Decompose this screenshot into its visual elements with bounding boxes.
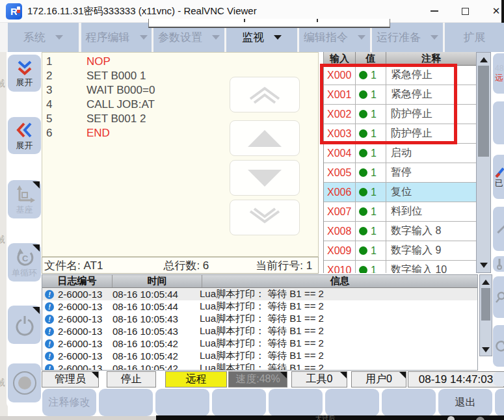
line-number: 4	[42, 98, 86, 111]
log-row[interactable]: !2-6000-1308-16 10:05:43Lua脚本打印： 等待 B1 =…	[42, 325, 477, 337]
log-panel[interactable]: 日志编号 时间 信息 !2-6000-1308-16 10:05:44Lua脚本…	[42, 274, 478, 371]
double-chevron-down-icon	[245, 207, 284, 228]
single-cycle-label: 单循环	[12, 269, 37, 278]
softkey-button-cut[interactable]	[495, 389, 504, 416]
log-row[interactable]: !2-6000-1308-16 10:05:43Lua脚本打印： 等待 B1 =…	[42, 313, 477, 325]
io-value: 1	[356, 144, 386, 163]
io-row-x010[interactable]: X0101数字输入 10	[324, 261, 476, 273]
log-header: 日志编号 时间 信息	[42, 275, 477, 288]
page-up-button[interactable]	[230, 77, 300, 112]
menu-label: 程序编辑	[86, 30, 130, 45]
line-down-button[interactable]	[230, 160, 300, 196]
log-id: 2-6000-13	[58, 289, 113, 300]
expand-left-button[interactable]: 展开	[8, 117, 41, 154]
log-row[interactable]: !2-6000-1308-16 10:05:44Lua脚本打印： 等待 B1 =…	[42, 288, 477, 300]
log-row[interactable]: !2-6000-1308-16 10:05:42Lua脚本打印： 等待 B1 =…	[42, 350, 477, 362]
right-cut-button-rotate[interactable]	[493, 325, 504, 367]
status-run-state[interactable]: 停止	[107, 371, 156, 387]
softkey-button-7[interactable]	[382, 389, 436, 416]
menu-program-edit[interactable]: 程序编辑	[81, 23, 152, 52]
status-speed[interactable]: 速度:48%	[228, 371, 287, 387]
io-value: 1	[356, 222, 386, 241]
io-value: 1	[356, 105, 386, 124]
io-row-x002[interactable]: X0021防护停止	[324, 105, 476, 124]
comment-edit-button[interactable]: 注释修改	[42, 389, 96, 416]
io-row-x006-selected[interactable]: X0061复位	[324, 183, 476, 202]
scroll-down-icon[interactable]	[482, 347, 490, 352]
taskbar-text-fragment: 大过后	[315, 415, 335, 420]
col-input: 输入	[324, 52, 356, 65]
right-cut-button-8[interactable]	[493, 372, 504, 386]
io-row-x004[interactable]: X0041启动	[324, 144, 476, 163]
io-row-x005[interactable]: X0051暂停	[324, 163, 476, 183]
instruction: END	[86, 127, 110, 140]
log-row[interactable]: !2-6000-1308-16 10:05:42Lua脚本打印： 等待 B1 =…	[42, 362, 477, 371]
softkey-button-6[interactable]	[325, 389, 379, 416]
softkey-button-3[interactable]	[155, 389, 209, 416]
maximize-button[interactable]	[451, 0, 479, 22]
right-cut-button-pen[interactable]	[493, 207, 504, 251]
program-editor[interactable]: 1NOP 2SET B000 1 3WAIT B000=0 4CALL JOB:…	[42, 52, 319, 257]
chevron-down-icon	[358, 35, 365, 40]
io-comment: 复位	[386, 183, 476, 202]
scroll-up-icon[interactable]	[482, 280, 490, 285]
page-down-button[interactable]	[230, 200, 300, 235]
io-row-x009[interactable]: X0091数字输入 9	[324, 241, 476, 261]
expand-down-button[interactable]: 展开	[8, 55, 41, 92]
io-row-x003[interactable]: X0031防护停止	[324, 124, 476, 144]
info-icon: !	[45, 302, 54, 311]
power-button[interactable]	[8, 306, 41, 344]
line-up-button[interactable]	[230, 120, 300, 156]
corner-flag-icon	[399, 372, 406, 378]
io-value: 1	[356, 202, 386, 221]
desktop-strip-dark: 大过后	[156, 415, 504, 420]
scroll-down-icon[interactable]	[480, 263, 488, 268]
scrollbar-thumb[interactable]	[481, 288, 490, 321]
col-log-msg: 信息	[202, 275, 477, 287]
scrollbar-thumb[interactable]	[478, 66, 489, 157]
io-id: X003	[324, 124, 356, 143]
state-label: 停止	[121, 373, 142, 386]
corner-flag-icon	[92, 372, 98, 378]
io-row-x001[interactable]: X0011紧急停止	[324, 85, 476, 105]
status-mode-remote[interactable]: 远程	[165, 371, 227, 387]
softkey-button-4[interactable]	[212, 389, 266, 416]
log-row[interactable]: !2-6000-1308-16 10:05:42Lua脚本打印： 等待 B1 =…	[42, 337, 477, 350]
status-user[interactable]: 用户0	[351, 371, 406, 387]
io-value: 1	[356, 241, 386, 260]
menu-extend[interactable]: 扩展	[445, 23, 504, 52]
io-row-x000[interactable]: X0001紧急停止	[324, 66, 476, 85]
scroll-up-icon[interactable]	[480, 57, 488, 62]
right-cut-button-enable[interactable]: 已	[493, 155, 504, 199]
right-cut-button-remote[interactable]: 48 远	[493, 53, 504, 94]
io-row-x008[interactable]: X0081数字输入 8	[324, 222, 476, 241]
io-id: X004	[324, 144, 356, 163]
softkey-button-5[interactable]	[269, 389, 323, 416]
menu-label: 监视	[242, 30, 264, 45]
log-id: 2-6000-13	[58, 338, 113, 349]
minimize-button[interactable]	[420, 0, 449, 22]
io-row-x007[interactable]: X0071料到位	[324, 202, 476, 222]
right-cut-button-2[interactable]	[493, 101, 504, 144]
right-cut-button-5[interactable]	[493, 256, 504, 272]
status-tool[interactable]: 工具0	[291, 371, 347, 387]
exit-button[interactable]: 退出	[438, 389, 492, 416]
io-value: 1	[356, 261, 386, 273]
menu-system[interactable]: 系统	[8, 23, 79, 52]
softkey-button-2[interactable]	[99, 389, 153, 416]
record-button[interactable]	[8, 363, 41, 402]
green-dot-icon	[359, 149, 367, 157]
io-id: X002	[324, 105, 356, 124]
io-monitor-table[interactable]: 输入 值 注释 X0001紧急停止 X0011紧急停止 X0021防护停止 X0…	[323, 52, 476, 273]
base-frame-button[interactable]: 基座	[8, 180, 41, 218]
right-cut-button-search[interactable]	[493, 276, 504, 318]
line-number: 1	[42, 55, 86, 68]
io-scrollbar[interactable]	[476, 52, 491, 273]
tick-mark	[244, 19, 245, 22]
cut-text: 已	[495, 178, 503, 188]
status-role[interactable]: 管理员	[42, 371, 99, 387]
log-row[interactable]: !2-6000-1308-16 10:05:44Lua脚本打印： 等待 B1 =…	[42, 300, 477, 313]
code-line[interactable]: 1NOP	[42, 55, 318, 69]
log-scrollbar[interactable]	[479, 274, 492, 356]
single-cycle-button[interactable]: C 单循环	[8, 243, 41, 282]
